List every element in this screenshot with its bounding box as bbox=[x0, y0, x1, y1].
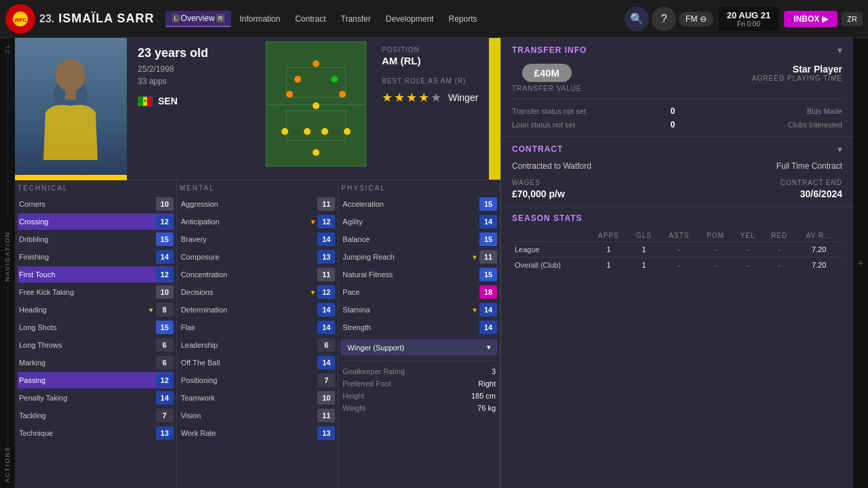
club-badge: WFC bbox=[5, 4, 35, 34]
star-5: ★ bbox=[431, 90, 441, 105]
transfer-details-grid: Transfer status not set 0 Bids Made Loan… bbox=[512, 106, 842, 129]
stat-naturalfitness-value: 15 bbox=[479, 268, 497, 281]
bids-made-row: Bids Made bbox=[679, 106, 843, 116]
best-role-name: Winger bbox=[448, 92, 478, 103]
search-button[interactable]: 🔍 bbox=[625, 7, 649, 31]
profile-row: 23 years old 25/2/1998 33 apps ★ SEN bbox=[15, 38, 500, 180]
inbox-button[interactable]: INBOX ▶ bbox=[784, 11, 837, 27]
contract-details-grid: WAGES £70,000 p/w CONTRACT END 30/6/2024 bbox=[512, 179, 842, 199]
stat-aggression-name: Aggression bbox=[180, 200, 318, 208]
agreed-playing-time: AGREED PLAYING TIME bbox=[752, 75, 842, 82]
season-stats-tbody: League 1 1 - - - - 7.20 Overall (Club) 1… bbox=[512, 242, 842, 273]
wages-area: WAGES £70,000 p/w bbox=[512, 179, 675, 199]
role-dropdown[interactable]: Winger (Support) ▾ bbox=[341, 340, 497, 355]
transfer-value-btn: £40M bbox=[522, 64, 572, 82]
stat-flair-value: 14 bbox=[317, 321, 335, 334]
stat-longshots-value: 15 bbox=[156, 321, 174, 334]
formation-area bbox=[262, 38, 371, 180]
league-asts: - bbox=[660, 242, 698, 258]
expand-panel[interactable]: + bbox=[853, 38, 868, 488]
stat-finishing: Finishing 14 bbox=[18, 249, 174, 265]
player-section: 23 years old 25/2/1998 33 apps ★ SEN bbox=[15, 38, 500, 488]
dot-st bbox=[313, 60, 319, 67]
stat-workrate-name: Work Rate bbox=[180, 429, 318, 437]
transfer-status-row: Transfer status not set 0 bbox=[512, 106, 675, 116]
position-value: AM (RL) bbox=[382, 55, 478, 66]
tab-contract[interactable]: Contract bbox=[288, 12, 332, 26]
fm-button[interactable]: FM ⊖ bbox=[679, 12, 713, 26]
contract-chevron-icon[interactable]: ▾ bbox=[837, 144, 842, 155]
stat-flair-name: Flair bbox=[180, 323, 318, 331]
tab-badge-r: R bbox=[216, 14, 225, 22]
tab-overview[interactable]: L Overview R bbox=[165, 11, 232, 27]
stat-pace-name: Pace bbox=[341, 288, 479, 296]
stat-anticipation: Anticipation ▼ 12 bbox=[180, 214, 336, 230]
stat-longthrows-value: 6 bbox=[156, 338, 174, 352]
far-left-nav: ZL NAVIGATION ACTIONS bbox=[0, 38, 15, 488]
help-button[interactable]: ? bbox=[652, 7, 676, 31]
stat-technique-value: 13 bbox=[156, 426, 174, 440]
zr-button[interactable]: ZR bbox=[842, 12, 863, 26]
player-age: 23 years old bbox=[138, 46, 252, 60]
season-stats-title[interactable]: SEASON STATS bbox=[512, 214, 583, 223]
mental-column: MENTAL Aggression 11 Anticipation ▼ 12 B… bbox=[177, 180, 339, 488]
stars-display: ★ ★ ★ ★ ★ bbox=[382, 90, 441, 105]
transfer-chevron-icon[interactable]: ▾ bbox=[837, 45, 842, 56]
season-stats-section: SEASON STATS APPS GLS ASTS POM YEL RED A… bbox=[501, 207, 853, 488]
stat-heading: Heading ▼ 8 bbox=[18, 302, 174, 318]
chevron-down-icon: ▾ bbox=[487, 343, 491, 352]
stat-vision-name: Vision bbox=[180, 411, 318, 420]
mental-header: MENTAL bbox=[180, 184, 336, 192]
stats-section: TECHNICAL Corners 10 Crossing 12 Dribbli… bbox=[15, 180, 500, 488]
overall-avr: 7.20 bbox=[795, 258, 842, 273]
formation-pitch bbox=[266, 41, 366, 167]
stat-longshots-name: Long Shots bbox=[18, 323, 156, 331]
star-1: ★ bbox=[382, 90, 393, 105]
contract-title[interactable]: CONTRACT bbox=[512, 144, 563, 154]
stat-longthrows-name: Long Throws bbox=[18, 341, 156, 349]
tab-reports[interactable]: Reports bbox=[441, 12, 484, 26]
stat-corners-name: Corners bbox=[18, 200, 156, 208]
stat-aggression: Aggression 11 bbox=[180, 196, 336, 212]
stat-marking-value: 6 bbox=[156, 356, 174, 369]
col-header-apps: APPS bbox=[589, 230, 629, 242]
transfer-info-title[interactable]: TRANSFER INFO bbox=[512, 45, 587, 55]
stat-bravery-value: 14 bbox=[317, 232, 335, 246]
league-yel: - bbox=[732, 242, 763, 258]
tab-overview-label: Overview bbox=[181, 14, 215, 23]
stat-agility-value: 14 bbox=[479, 215, 497, 228]
stat-jumpingreach-value: 11 bbox=[479, 250, 497, 264]
stat-offtheball: Off The Ball 14 bbox=[180, 354, 336, 371]
help-icon: ? bbox=[661, 13, 667, 25]
player-header: 23. ISMAÏLA SARR bbox=[39, 12, 155, 26]
overall-yel: - bbox=[732, 258, 763, 273]
stat-decisions: Decisions ▼ 12 bbox=[180, 284, 336, 300]
day-value: Fri 0:00 bbox=[727, 20, 771, 28]
star-player-area: Star Player AGREED PLAYING TIME bbox=[752, 64, 842, 82]
stat-freekick-name: Free Kick Taking bbox=[18, 288, 156, 296]
star-player-title: Star Player bbox=[752, 64, 842, 75]
position-label: POSITION bbox=[382, 46, 478, 54]
overall-name: Overall (Club) bbox=[512, 258, 589, 273]
svg-rect-4 bbox=[65, 90, 76, 100]
col-header-gls: GLS bbox=[628, 230, 659, 242]
physical-header: PHYSICAL bbox=[341, 184, 497, 192]
season-stats-table: APPS GLS ASTS POM YEL RED AV R... League… bbox=[512, 230, 842, 272]
bids-made-label: Bids Made bbox=[807, 107, 842, 115]
stat-finishing-name: Finishing bbox=[18, 253, 156, 261]
contract-end-value: 30/6/2024 bbox=[680, 188, 843, 199]
stat-determination: Determination 14 bbox=[180, 302, 336, 318]
tab-transfer[interactable]: Transfer bbox=[334, 12, 378, 26]
league-red: - bbox=[763, 242, 795, 258]
stat-penaltytaking: Penalty Taking 14 bbox=[18, 390, 174, 406]
tab-development[interactable]: Development bbox=[379, 12, 441, 26]
player-photo bbox=[15, 38, 127, 180]
tab-information[interactable]: Information bbox=[233, 12, 287, 26]
actions-label: ACTIONS bbox=[4, 446, 11, 483]
stat-composure: Composure 13 bbox=[180, 249, 336, 265]
contract-header: CONTRACT ▾ bbox=[512, 144, 842, 155]
stat-tackling: Tackling 7 bbox=[18, 407, 174, 424]
stat-teamwork-name: Teamwork bbox=[180, 394, 318, 402]
stat-balance-name: Balance bbox=[341, 235, 479, 243]
stat-technique-name: Technique bbox=[18, 429, 156, 437]
